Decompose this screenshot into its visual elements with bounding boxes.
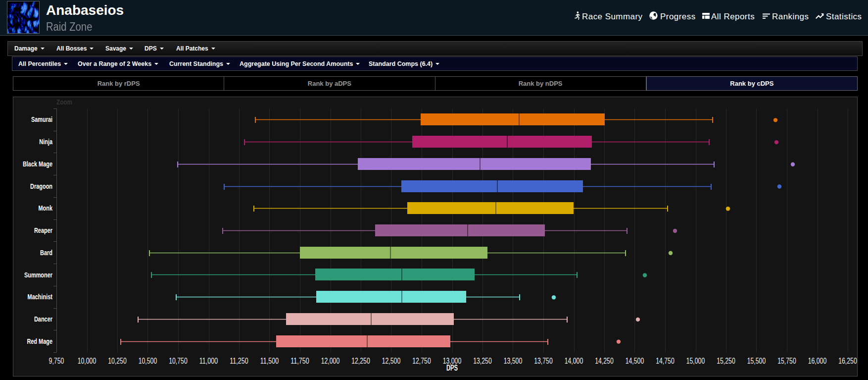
svg-text:12,250: 12,250 bbox=[351, 357, 370, 365]
svg-text:15,500: 15,500 bbox=[747, 357, 766, 365]
svg-text:Bard: Bard bbox=[40, 249, 52, 257]
svg-text:Dragoon: Dragoon bbox=[30, 182, 52, 190]
svg-text:Ninja: Ninja bbox=[39, 138, 52, 146]
svg-text:10,000: 10,000 bbox=[78, 357, 96, 365]
svg-text:10,500: 10,500 bbox=[139, 357, 157, 365]
svg-text:16,250: 16,250 bbox=[838, 357, 857, 365]
svg-text:Summoner: Summoner bbox=[24, 271, 52, 279]
svg-text:16,000: 16,000 bbox=[808, 357, 827, 365]
svg-text:14,000: 14,000 bbox=[565, 357, 583, 365]
svg-text:13,750: 13,750 bbox=[534, 357, 553, 365]
svg-text:13,250: 13,250 bbox=[473, 357, 492, 365]
svg-text:Samurai: Samurai bbox=[31, 115, 52, 123]
svg-text:14,250: 14,250 bbox=[595, 357, 614, 365]
svg-text:15,750: 15,750 bbox=[777, 357, 796, 365]
svg-text:15,250: 15,250 bbox=[717, 357, 735, 365]
svg-text:13,500: 13,500 bbox=[504, 357, 523, 365]
svg-text:12,500: 12,500 bbox=[382, 357, 401, 365]
svg-text:11,750: 11,750 bbox=[290, 357, 309, 365]
svg-text:10,750: 10,750 bbox=[169, 357, 188, 365]
svg-text:Machinist: Machinist bbox=[28, 293, 53, 301]
svg-text:11,000: 11,000 bbox=[199, 357, 218, 365]
svg-text:Dancer: Dancer bbox=[34, 315, 53, 323]
svg-text:11,250: 11,250 bbox=[230, 357, 248, 365]
svg-text:Red Mage: Red Mage bbox=[27, 337, 52, 345]
svg-text:15,000: 15,000 bbox=[686, 357, 705, 365]
svg-text:12,000: 12,000 bbox=[321, 357, 340, 365]
svg-text:Zoom: Zoom bbox=[56, 98, 72, 106]
svg-text:10,250: 10,250 bbox=[108, 357, 127, 365]
svg-text:11,500: 11,500 bbox=[260, 357, 279, 365]
svg-text:9,750: 9,750 bbox=[49, 357, 64, 365]
svg-text:14,500: 14,500 bbox=[626, 357, 644, 365]
svg-text:Monk: Monk bbox=[39, 204, 53, 212]
svg-text:12,750: 12,750 bbox=[412, 357, 431, 365]
svg-text:14,750: 14,750 bbox=[656, 357, 675, 365]
svg-text:DPS: DPS bbox=[446, 364, 458, 372]
svg-text:Reaper: Reaper bbox=[34, 226, 53, 234]
svg-text:Black Mage: Black Mage bbox=[23, 160, 52, 168]
